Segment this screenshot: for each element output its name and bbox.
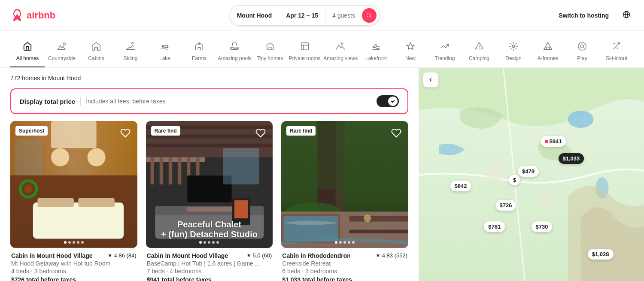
- amazing-pools-icon: [230, 42, 239, 53]
- guests-section[interactable]: 4 guests: [325, 6, 362, 25]
- design-label: Design: [505, 55, 521, 61]
- logo-text: airbnb: [27, 10, 55, 21]
- category-tiny-homes[interactable]: Tiny homes: [253, 36, 287, 67]
- svg-rect-53: [349, 230, 408, 233]
- listing-1-badge: Superhost: [15, 126, 48, 136]
- listing-card-3[interactable]: Rare find: [281, 121, 408, 281]
- header-right: Switch to hosting: [553, 7, 634, 24]
- main-layout: 772 homes in Mount Hood Display total pr…: [0, 68, 644, 281]
- price-pin-726[interactable]: $726: [495, 200, 516, 211]
- trending-label: Trending: [435, 55, 455, 61]
- category-lakefront[interactable]: Lakefront: [359, 36, 393, 67]
- amazing-pools-label: Amazing pools: [218, 55, 252, 61]
- svg-rect-40: [187, 207, 232, 212]
- listing-1-title: Cabin in Mount Hood Village: [11, 252, 93, 259]
- price-pin-1028[interactable]: $1,028: [588, 249, 614, 260]
- svg-point-20: [51, 148, 69, 166]
- listing-1-info: Cabin in Mount Hood Village ★ 4.86 (84) …: [10, 248, 137, 281]
- category-amazing-views[interactable]: Amazing views: [322, 36, 359, 67]
- svg-rect-51: [284, 216, 338, 241]
- listing-1-favorite-button[interactable]: [118, 126, 132, 141]
- price-pin-1033[interactable]: $1,033: [559, 153, 584, 164]
- listing-2-favorite-button[interactable]: [254, 126, 267, 141]
- svg-point-8: [512, 45, 515, 48]
- listing-3-favorite-button[interactable]: [389, 126, 403, 141]
- category-play[interactable]: Play: [565, 36, 599, 67]
- search-icon: [366, 12, 373, 19]
- category-all-homes[interactable]: All homes: [10, 36, 45, 67]
- countryside-icon: [57, 42, 67, 53]
- listing-1-rating: ★ 4.86 (84): [108, 252, 137, 259]
- dot-1-2: [68, 241, 71, 244]
- switch-hosting-button[interactable]: Switch to hosting: [553, 9, 614, 22]
- map-panel[interactable]: $842 $941 $ $479 $1,033 $726 $761 $730 $…: [419, 68, 644, 281]
- airbnb-logo[interactable]: airbnb: [10, 9, 55, 22]
- listing-2-title: Cabin in Mount Hood Village: [147, 252, 228, 259]
- listing-card-2[interactable]: Peaceful Chalet+ (fun) Detached Studio R…: [146, 121, 273, 281]
- lakefront-icon: [371, 42, 381, 53]
- category-farms[interactable]: Farms: [182, 36, 216, 67]
- dot-2-1: [199, 241, 202, 244]
- star-icon-1: ★: [108, 252, 112, 258]
- category-amazing-pools[interactable]: Amazing pools: [216, 36, 253, 67]
- price-pin-dollar[interactable]: $: [509, 175, 520, 185]
- listing-1-dots: [64, 241, 84, 244]
- listing-2-badge: Rare find: [151, 126, 180, 136]
- listing-1-rating-value: 4.86 (84): [114, 252, 137, 259]
- category-private-rooms[interactable]: Private rooms: [287, 36, 322, 67]
- heart-icon-3: [391, 128, 401, 138]
- language-button[interactable]: [619, 7, 634, 24]
- svg-point-57: [568, 111, 594, 128]
- toggle-knob: [388, 97, 398, 106]
- skiing-label: Skiing: [124, 55, 138, 61]
- location-value: Mount Hood: [237, 12, 272, 19]
- listing-1-subtitle: Mt Hood Getaway with Hot tub Room: [11, 260, 137, 267]
- price-pin-479[interactable]: $479: [518, 166, 539, 177]
- dot-1-4: [77, 241, 79, 244]
- search-bar[interactable]: Mount Hood Apr 12 – 15 4 guests: [230, 5, 380, 26]
- svg-rect-16: [33, 202, 124, 239]
- category-design[interactable]: Design: [496, 36, 531, 67]
- trending-icon: [440, 42, 450, 53]
- svg-rect-41: [223, 148, 259, 184]
- category-skiing[interactable]: Skiing: [113, 36, 148, 67]
- category-trending[interactable]: Trending: [428, 36, 462, 67]
- svg-rect-32: [168, 157, 172, 184]
- category-camping[interactable]: Camping: [462, 36, 496, 67]
- lakefront-label: Lakefront: [365, 55, 387, 61]
- price-toggle-switch[interactable]: [377, 95, 399, 107]
- card-image-2: Peaceful Chalet+ (fun) Detached Studio R…: [146, 121, 273, 248]
- price-pin-842[interactable]: $842: [450, 181, 471, 191]
- star-icon-3: ★: [376, 252, 380, 258]
- listing-card-1[interactable]: Superhost: [10, 121, 137, 281]
- private-rooms-icon: [300, 42, 310, 53]
- listing-3-price: $1,033 total before taxes: [282, 276, 407, 281]
- dates-section[interactable]: Apr 12 – 15: [279, 6, 325, 25]
- price-pin-761[interactable]: $761: [484, 221, 505, 232]
- category-ski-in-out[interactable]: Ski-in/out: [599, 36, 634, 67]
- search-button[interactable]: [362, 8, 377, 23]
- category-lake[interactable]: Lake: [148, 36, 182, 67]
- listing-2-info: Cabin in Mount Hood Village ★ 5.0 (60) B…: [146, 248, 273, 281]
- price-pin-730[interactable]: $730: [532, 221, 553, 232]
- header: airbnb Mount Hood Apr 12 – 15 4 guests S…: [0, 0, 644, 31]
- listing-3-info: Cabin in Rhododendron ★ 4.83 (552) Creek…: [281, 248, 408, 281]
- svg-point-11: [618, 42, 620, 44]
- location-section[interactable]: Mount Hood: [230, 6, 279, 25]
- svg-rect-31: [159, 157, 163, 184]
- toggle-left: Display total price Includes all fees, b…: [20, 97, 165, 106]
- svg-rect-33: [178, 157, 181, 184]
- countryside-label: Countryside: [48, 55, 76, 61]
- category-countryside[interactable]: Countryside: [45, 36, 79, 67]
- category-new[interactable]: New: [393, 36, 428, 67]
- category-a-frames[interactable]: A-frames: [531, 36, 565, 67]
- listing-1-beds: 4 beds · 3 bedrooms: [11, 268, 137, 275]
- price-pin-941[interactable]: $941: [541, 136, 566, 147]
- ski-in-out-label: Ski-in/out: [606, 55, 627, 61]
- svg-point-10: [580, 45, 583, 48]
- listing-2-title-row: Cabin in Mount Hood Village ★ 5.0 (60): [147, 252, 272, 259]
- map-collapse-button[interactable]: [423, 72, 438, 88]
- listing-2-dots: [199, 241, 219, 244]
- private-rooms-label: Private rooms: [289, 55, 321, 61]
- category-cabins[interactable]: Cabins: [79, 36, 113, 67]
